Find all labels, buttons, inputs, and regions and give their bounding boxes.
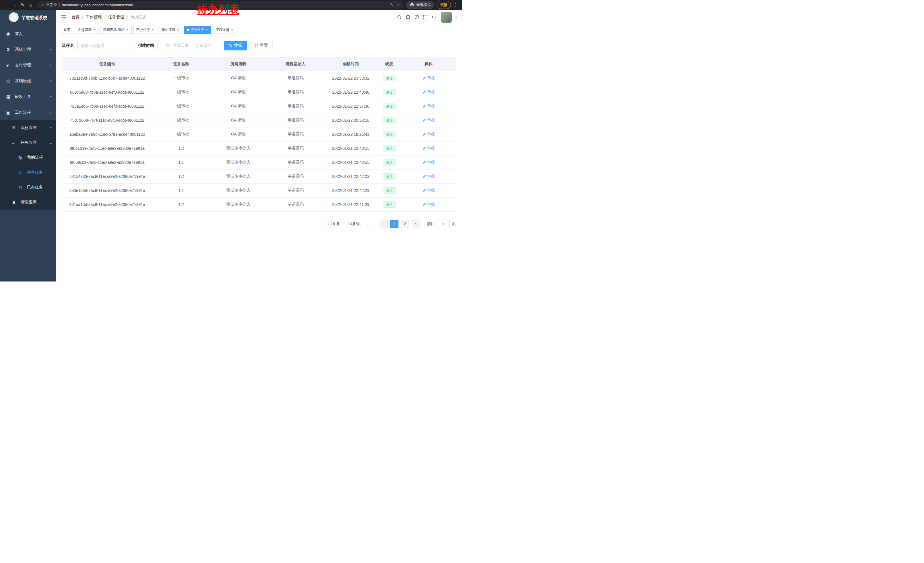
sidebar-item-workflow[interactable]: ▣ 工作流程 ▴ xyxy=(0,105,56,120)
tab-process-detail[interactable]: 流程详情 × xyxy=(213,26,236,34)
sidebar-item-task-management[interactable]: ≡ 任务管理 ▴ xyxy=(0,135,56,150)
tab-home[interactable]: 首页 xyxy=(61,26,73,34)
close-icon[interactable]: × xyxy=(177,28,179,32)
url-text[interactable]: dashboard.yudao.iocoder.cn/bpm/task/todo xyxy=(62,3,133,7)
svg-text:T: T xyxy=(432,15,434,19)
sidebar-item-done-tasks[interactable]: ⇆ 已办任务 xyxy=(0,180,56,195)
sidebar-item-devtools[interactable]: ▦ 研发工具 ▾ xyxy=(0,89,56,105)
github-icon[interactable] xyxy=(405,15,411,20)
initiator: 芋道源码 xyxy=(267,99,324,113)
security-warning-icon[interactable]: ⚠ xyxy=(40,3,44,7)
home-icon[interactable]: ⌂ xyxy=(27,1,34,9)
task-name: 一级审批 xyxy=(153,71,210,86)
approve-link[interactable]: 审批 xyxy=(423,76,435,81)
approve-label: 审批 xyxy=(428,104,435,109)
approve-link[interactable]: 审批 xyxy=(423,188,435,193)
breadcrumb-task-management[interactable]: 任务管理 xyxy=(108,15,124,20)
security-label[interactable]: 不安全 xyxy=(46,3,57,8)
chevron-down-icon: ▾ xyxy=(50,48,51,51)
table-row: 73211d9d-7b9b-11ec-b5b7-acde48001122 一级审… xyxy=(62,71,456,86)
avatar-caret-icon[interactable]: ▾ xyxy=(455,15,457,19)
date-range-picker[interactable]: 开始日期 - 结束日期 xyxy=(158,41,220,50)
sidebar-item-system[interactable]: ⚙ 系统管理 ▾ xyxy=(0,42,56,57)
sidebar-item-todo-tasks[interactable]: ⊙ 待办任务 xyxy=(0,165,56,180)
page-size-select[interactable]: 10条/页 ▾ xyxy=(345,220,371,228)
col-status: 状态 xyxy=(377,57,401,71)
bookmark-star-icon[interactable]: ☆ xyxy=(396,3,400,7)
tab-label: 发起流程 xyxy=(78,27,92,32)
col-process: 所属流程 xyxy=(210,57,267,71)
close-icon[interactable]: × xyxy=(126,28,129,32)
prev-page-button[interactable]: ‹ xyxy=(379,220,388,228)
process: 测试多审批人 xyxy=(210,156,267,170)
close-icon[interactable]: × xyxy=(231,28,233,32)
user-avatar[interactable] xyxy=(441,12,452,23)
approve-label: 审批 xyxy=(428,90,435,95)
sidebar-item-label: 支付管理 xyxy=(15,63,50,68)
create-time: 2022-01-21 22:42:23 xyxy=(324,183,377,198)
page-button-2[interactable]: 2 xyxy=(401,220,410,228)
main-area: 首页 / 工作流程 / 任务管理 / 待办任务 ? xyxy=(56,10,462,281)
app-frame: 芋道管理系统 ◉ 首页 ⚙ 系统管理 ▾ ¥ 支付管理 ▾ ▤ 基础设施 ▾ xyxy=(0,10,462,281)
pagination: 共 16 条 10条/页 ▾ ‹ 1 2 › 前往 页 xyxy=(62,220,456,228)
reload-icon[interactable]: ↻ xyxy=(19,1,26,9)
search-button[interactable]: 搜索 xyxy=(224,41,247,50)
browser-menu-icon[interactable]: ⋮ xyxy=(452,2,459,8)
incognito-icon xyxy=(410,3,414,8)
task-id: 580e1b3d-7ac8-11ec-a9e2-a2380e71991a xyxy=(62,183,153,198)
search-icon[interactable] xyxy=(397,15,402,20)
approve-link[interactable]: 审批 xyxy=(423,174,435,179)
approve-link[interactable]: 审批 xyxy=(423,202,435,207)
breadcrumb-workflow[interactable]: 工作流程 xyxy=(86,15,102,20)
tab-done-tasks[interactable]: 已办任务 × xyxy=(134,26,157,34)
toolbox-icon: ▦ xyxy=(6,94,13,99)
sidebar-item-leave-query[interactable]: ♟ 请假查询 xyxy=(0,195,56,210)
create-time-label: 创建时间 xyxy=(138,43,154,48)
task-id: 069c6a63-7b8a-11ec-8ef0-acde48001122 xyxy=(62,86,153,99)
password-key-icon[interactable] xyxy=(390,3,394,7)
sidebar-item-infrastructure[interactable]: ▤ 基础设施 ▾ xyxy=(0,73,56,89)
breadcrumb-home[interactable]: 首页 xyxy=(72,15,80,20)
sidebar-item-my-processes[interactable]: ◎ 我的流程 xyxy=(0,150,56,165)
tab-form-edit[interactable]: 流程表单-编辑 × xyxy=(100,26,132,34)
header-actions: ? TT ▾ xyxy=(397,12,457,23)
app-logo-row[interactable]: 芋道管理系统 xyxy=(0,10,56,26)
close-icon[interactable]: × xyxy=(93,28,96,32)
tab-start-process[interactable]: 发起流程 × xyxy=(75,26,99,34)
process-name-input[interactable] xyxy=(77,41,130,50)
close-icon[interactable]: × xyxy=(206,28,208,32)
goto-unit-label: 页 xyxy=(452,221,456,227)
reset-button[interactable]: 重置 xyxy=(250,41,273,50)
clipboard-icon: ▣ xyxy=(6,110,13,115)
fullscreen-icon[interactable] xyxy=(423,15,428,20)
sidebar-item-process-management[interactable]: ≣ 流程管理 ▾ xyxy=(0,120,56,135)
task-id: 8f059c03-7ac8-11ec-a9e2-a2380e71991a xyxy=(62,156,153,170)
goto-page-input[interactable] xyxy=(437,220,450,228)
close-icon[interactable]: × xyxy=(152,28,154,32)
hamburger-icon[interactable] xyxy=(61,15,66,20)
tab-my-processes[interactable]: 我的流程 × xyxy=(159,26,182,34)
sidebar-item-payment[interactable]: ¥ 支付管理 ▾ xyxy=(0,57,56,73)
approve-link[interactable]: 审批 xyxy=(423,146,435,151)
font-size-icon[interactable]: TT xyxy=(431,15,437,20)
sidebar-item-label: 流程管理 xyxy=(21,125,50,130)
next-page-button[interactable]: › xyxy=(412,220,420,228)
help-icon[interactable]: ? xyxy=(414,15,419,20)
sidebar-item-home[interactable]: ◉ 首页 xyxy=(0,26,56,42)
forward-icon[interactable]: → xyxy=(11,1,18,9)
approve-link[interactable]: 审批 xyxy=(423,118,435,123)
approve-label: 审批 xyxy=(428,188,435,193)
col-action: 操作 xyxy=(401,57,456,71)
page-button-1[interactable]: 1 xyxy=(390,220,399,228)
sidebar-item-label: 请假查询 xyxy=(21,200,56,205)
approve-link[interactable]: 审批 xyxy=(423,132,435,137)
back-icon[interactable]: ← xyxy=(3,1,10,9)
task-name: 1.1 xyxy=(153,156,210,170)
task-name: 一级审批 xyxy=(153,86,210,99)
approve-link[interactable]: 审批 xyxy=(423,160,435,165)
update-button[interactable]: 更新 xyxy=(437,1,451,9)
sidebar-item-label: 我的流程 xyxy=(27,155,56,160)
tab-todo-tasks[interactable]: 待办任务 × xyxy=(184,26,211,34)
approve-link[interactable]: 审批 xyxy=(423,90,435,95)
approve-link[interactable]: 审批 xyxy=(423,104,435,109)
